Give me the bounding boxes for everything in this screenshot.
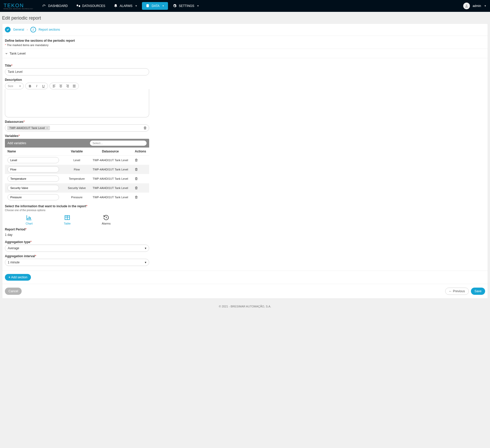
chevron-down-icon: ▼	[162, 5, 164, 7]
nav-data[interactable]: DATA ▼	[142, 2, 168, 10]
include-heading: Select the information that want to incl…	[5, 204, 149, 208]
bell-icon	[114, 4, 118, 8]
table-label: Table	[64, 222, 71, 225]
editor-toolbar: Size▾ B I U	[5, 83, 149, 89]
section-accordion-header[interactable]: Tank Level	[2, 49, 488, 58]
align-center-button[interactable]	[59, 84, 63, 88]
datasource-cell: TWP-4AI4DI1UT Tank Level	[89, 165, 132, 174]
variable-select[interactable]: Select...	[90, 141, 147, 146]
stepper: General › 2 Report sections	[2, 24, 488, 36]
svg-point-1	[466, 5, 467, 6]
datasource-cell: TWP-4AI4DI1UT Tank Level	[89, 156, 132, 165]
section-name: Tank Level	[10, 51, 26, 55]
variable-cell: Security Valve	[65, 183, 89, 193]
variable-name-input[interactable]	[7, 185, 59, 191]
delete-row-button[interactable]	[134, 195, 147, 199]
report-period-value: 1 day	[5, 232, 149, 238]
variable-name-input[interactable]	[7, 176, 59, 182]
logo: TEKON WIRELESS SENSORS TECHNOLOGY	[4, 3, 33, 10]
agg-type-select[interactable]: Average ▾	[5, 245, 149, 252]
bold-button[interactable]: B	[28, 84, 32, 88]
datasources-input[interactable]: TWP-4AI4DI1UT Tank Level ×	[5, 124, 149, 132]
variables-table: Name Variable Datasource Actions LevelTW…	[5, 148, 149, 202]
nav-alarms[interactable]: ALARMS ▼	[110, 2, 141, 10]
table-row: LevelTWP-4AI4DI1UT Tank Level	[5, 156, 149, 165]
mandatory-text: The marked items are mandatory	[7, 44, 48, 47]
avatar-icon	[463, 3, 470, 9]
table-row: Security ValveTWP-4AI4DI1UT Tank Level	[5, 183, 149, 193]
underline-button[interactable]: U	[41, 84, 45, 88]
chart-label: Chart	[26, 222, 33, 225]
nav-settings-label: SETTINGS	[179, 4, 194, 8]
instructions-heading: Define below the sections of the periodi…	[5, 39, 485, 42]
chip-label: TWP-4AI4DI1UT Tank Level	[9, 126, 45, 130]
title-input[interactable]	[5, 68, 149, 75]
italic-button[interactable]: I	[35, 84, 38, 88]
logo-subtitle: WIRELESS SENSORS TECHNOLOGY	[4, 8, 33, 10]
nav-settings[interactable]: SETTINGS ▼	[169, 2, 203, 10]
col-variable: Variable	[65, 148, 89, 156]
delete-row-button[interactable]	[134, 186, 147, 190]
clear-datasources-button[interactable]	[143, 126, 147, 130]
nav-items: DASHBOARD DATASOURCES ALARMS ▼ DATA ▼	[38, 2, 203, 10]
variable-name-input[interactable]	[7, 157, 59, 163]
previous-button[interactable]: ← Previous	[445, 288, 469, 295]
required-star-icon: *	[5, 44, 6, 47]
title-label: Title*	[5, 64, 149, 67]
align-justify-button[interactable]	[72, 84, 76, 88]
report-period-label: Report Period*	[5, 228, 149, 231]
include-options: Chart Table Alarms	[5, 212, 149, 225]
step-1-done-icon[interactable]	[5, 27, 11, 32]
mandatory-note: * The marked items are mandatory	[5, 44, 485, 47]
nav-alarms-label: ALARMS	[120, 4, 132, 8]
nav-dashboard[interactable]: DASHBOARD	[38, 2, 71, 10]
description-editor[interactable]	[5, 89, 149, 117]
plus-icon: +	[9, 275, 11, 279]
include-note: Choose one of the previous options	[5, 209, 149, 212]
database-icon	[146, 4, 150, 8]
section-form: Title* Description Size▾ B I U Datasourc…	[2, 58, 152, 271]
form-card: General › 2 Report sections Define below…	[2, 23, 488, 299]
nav-dashboard-label: DASHBOARD	[48, 4, 68, 8]
size-dropdown[interactable]: Size▾	[5, 83, 24, 89]
agg-interval-label: Aggregation interval*	[5, 254, 149, 258]
variable-name-input[interactable]	[7, 166, 59, 173]
instructions: Define below the sections of the periodi…	[2, 36, 488, 49]
cancel-button[interactable]: Cancel	[5, 288, 22, 295]
col-datasource: Datasource	[89, 148, 132, 156]
datasource-cell: TWP-4AI4DI1UT Tank Level	[89, 174, 132, 183]
chevron-down-icon: ▼	[484, 5, 486, 7]
nav-datasources-label: DATASOURCES	[82, 4, 105, 8]
step-1-label[interactable]: General	[13, 28, 24, 31]
user-name: admin	[472, 4, 481, 8]
add-section-button[interactable]: + Add section	[5, 274, 31, 281]
gauge-icon	[42, 4, 46, 8]
include-alarms-option[interactable]: Alarms	[102, 214, 111, 225]
table-row: TemperatureTWP-4AI4DI1UT Tank Level	[5, 174, 149, 183]
table-icon	[64, 214, 71, 221]
variable-cell: Pressure	[65, 193, 89, 202]
save-button[interactable]: Save	[471, 288, 485, 295]
variable-name-input[interactable]	[7, 194, 59, 200]
top-navbar: TEKON WIRELESS SENSORS TECHNOLOGY DASHBO…	[0, 0, 490, 12]
col-name: Name	[5, 148, 65, 156]
step-2-circle[interactable]: 2	[30, 27, 36, 32]
include-table-option[interactable]: Table	[64, 214, 71, 225]
align-left-button[interactable]	[52, 84, 56, 88]
delete-row-button[interactable]	[134, 177, 147, 180]
datasource-cell: TWP-4AI4DI1UT Tank Level	[89, 183, 132, 193]
chip-remove-icon[interactable]: ×	[46, 126, 48, 130]
align-right-button[interactable]	[66, 84, 69, 88]
variables-label: Variables*	[5, 134, 149, 138]
delete-row-button[interactable]	[134, 168, 147, 171]
add-variables-label: Add variables	[7, 141, 26, 145]
include-chart-option[interactable]: Chart	[26, 214, 33, 225]
agg-interval-select[interactable]: 1 minute ▾	[5, 259, 149, 266]
step-2-label[interactable]: Report sections	[39, 28, 60, 31]
add-section-row: + Add section	[2, 271, 488, 284]
alarms-label: Alarms	[102, 222, 111, 225]
copyright: © 2021 - BRESIMAR AUTOMAÇÃO, S.A.	[0, 301, 490, 313]
user-menu[interactable]: admin ▼	[463, 3, 486, 9]
delete-row-button[interactable]	[134, 158, 147, 162]
nav-datasources[interactable]: DATASOURCES	[72, 2, 109, 10]
